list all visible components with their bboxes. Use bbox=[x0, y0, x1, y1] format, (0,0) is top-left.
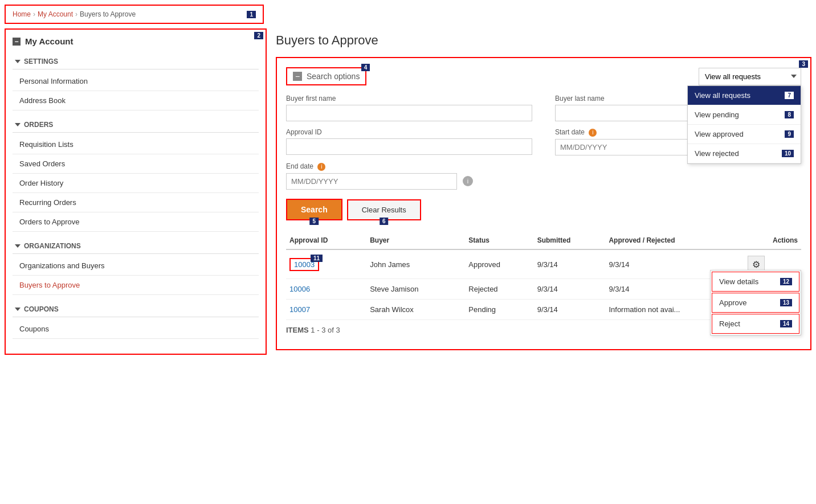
approval-id-group: Approval ID bbox=[286, 128, 532, 155]
search-button-badge: 5 bbox=[310, 218, 319, 225]
coupons-header[interactable]: COUPONS bbox=[13, 302, 259, 317]
sidebar-title-text: My Account bbox=[25, 36, 73, 46]
table-body: 10003 11 John James Approved 9/3/14 9/3/… bbox=[286, 249, 801, 320]
sidebar-item-requisition-lists[interactable]: Requisition Lists bbox=[13, 135, 259, 154]
dropdown-item-rejected-badge: 10 bbox=[782, 150, 794, 157]
search-button[interactable]: Search 5 bbox=[286, 199, 342, 220]
orders-chevron bbox=[15, 123, 21, 126]
actions-dropdown: View details 12 Approve 13 Reject bbox=[710, 270, 801, 335]
table-row: 10003 11 John James Approved 9/3/14 9/3/… bbox=[286, 249, 801, 279]
sidebar-section-coupons: COUPONS Coupons bbox=[13, 302, 259, 339]
sidebar-badge: 2 bbox=[254, 32, 263, 39]
minus-icon: − bbox=[13, 38, 21, 46]
sidebar-item-personal-info[interactable]: Personal Information bbox=[13, 72, 259, 91]
settings-header[interactable]: SETTINGS bbox=[13, 54, 259, 69]
end-date-group: End date i bbox=[286, 162, 457, 190]
orders-header[interactable]: ORDERS bbox=[13, 117, 259, 133]
search-options-bar: − Search options 4 View all requests Vie… bbox=[286, 67, 801, 85]
coupons-label: COUPONS bbox=[24, 305, 59, 313]
dropdown-item-pending-badge: 8 bbox=[785, 111, 794, 118]
col-submitted: Submitted bbox=[534, 232, 606, 249]
dropdown-item-approved-badge: 9 bbox=[785, 130, 794, 138]
buyer-first-name-input[interactable] bbox=[286, 105, 532, 121]
action-approve[interactable]: Approve 13 bbox=[712, 293, 799, 313]
search-options-minus-icon: − bbox=[293, 72, 302, 81]
approval-id-input[interactable] bbox=[286, 138, 532, 155]
sidebar-item-address-book[interactable]: Address Book bbox=[13, 91, 259, 110]
end-date-info-icon[interactable]: i bbox=[317, 163, 325, 171]
action-reject-badge: 14 bbox=[780, 320, 792, 327]
end-date-input[interactable] bbox=[286, 173, 457, 190]
results-table: Approval ID Buyer Status Submitted Appro… bbox=[286, 232, 801, 320]
content-panel: 3 − Search options 4 View all requests V… bbox=[276, 57, 811, 350]
breadcrumb-home[interactable]: Home bbox=[13, 10, 31, 18]
view-filter-select[interactable]: View all requests View pending View appr… bbox=[699, 68, 801, 85]
items-label: ITEMS bbox=[286, 326, 309, 334]
col-status: Status bbox=[465, 232, 533, 249]
main-layout: 2 − My Account SETTINGS Personal Informa… bbox=[0, 28, 816, 359]
sidebar-item-order-history[interactable]: Order History bbox=[13, 174, 259, 193]
row3-submitted: 9/3/14 bbox=[534, 300, 606, 320]
dropdown-item-pending[interactable]: View pending 8 bbox=[688, 105, 801, 125]
clear-results-button[interactable]: Clear Results 6 bbox=[347, 199, 421, 220]
dropdown-item-pending-label: View pending bbox=[695, 110, 739, 119]
items-range: 1 - 3 of 3 bbox=[311, 326, 340, 334]
action-view-details-label: View details bbox=[719, 277, 758, 286]
row2-approval-id-link[interactable]: 10006 bbox=[289, 285, 310, 293]
sidebar: 2 − My Account SETTINGS Personal Informa… bbox=[5, 28, 267, 355]
row1-actions-cell: ⚙ View details 12 Approve 13 bbox=[744, 249, 801, 279]
buyer-first-name-group: Buyer first name bbox=[286, 95, 532, 121]
clear-button-badge: 6 bbox=[380, 218, 389, 225]
sidebar-item-saved-orders[interactable]: Saved Orders bbox=[13, 154, 259, 174]
page-wrapper: Home › My Account › Buyers to Approve 1 … bbox=[0, 0, 816, 504]
sidebar-item-coupons[interactable]: Coupons bbox=[13, 319, 259, 339]
view-filter-dropdown[interactable]: View all requests View pending View appr… bbox=[699, 68, 801, 85]
breadcrumb-sep2: › bbox=[75, 10, 77, 18]
table-header: Approval ID Buyer Status Submitted Appro… bbox=[286, 232, 801, 249]
end-date-extra-info-icon[interactable]: i bbox=[463, 176, 473, 186]
action-reject-label: Reject bbox=[719, 319, 740, 328]
organizations-header[interactable]: ORGANIZATIONS bbox=[13, 239, 259, 254]
breadcrumb-current: Buyers to Approve bbox=[80, 10, 136, 18]
dropdown-item-approved-label: View approved bbox=[695, 130, 744, 138]
dropdown-item-all-label: View all requests bbox=[695, 91, 750, 100]
settings-label: SETTINGS bbox=[24, 58, 58, 65]
breadcrumb-badge: 1 bbox=[247, 11, 256, 18]
row3-id-cell: 10007 bbox=[286, 300, 366, 320]
dropdown-item-all[interactable]: View all requests 7 bbox=[688, 86, 801, 105]
page-title: Buyers to Approve bbox=[276, 33, 811, 48]
action-view-details-badge: 12 bbox=[780, 278, 792, 285]
row1-id-badge: 11 bbox=[311, 255, 323, 262]
dropdown-item-approved[interactable]: View approved 9 bbox=[688, 125, 801, 144]
dropdown-menu: View all requests 7 View pending 8 View … bbox=[687, 85, 801, 164]
coupons-chevron bbox=[15, 308, 21, 311]
dropdown-item-rejected[interactable]: View rejected 10 bbox=[688, 144, 801, 163]
row2-status: Rejected bbox=[465, 279, 533, 300]
sidebar-title: − My Account bbox=[13, 36, 259, 46]
row1-approval-id-link[interactable]: 10003 11 bbox=[289, 258, 319, 271]
col-buyer: Buyer bbox=[366, 232, 465, 249]
action-approve-badge: 13 bbox=[780, 299, 792, 306]
breadcrumb-my-account[interactable]: My Account bbox=[38, 10, 73, 18]
row3-buyer: Sarah Wilcox bbox=[366, 300, 465, 320]
search-options-toggle[interactable]: − Search options 4 bbox=[286, 67, 366, 85]
content-area: Buyers to Approve 3 − Search options 4 V… bbox=[276, 28, 811, 355]
row3-approval-id-link[interactable]: 10007 bbox=[289, 305, 310, 314]
row2-submitted: 9/3/14 bbox=[534, 279, 606, 300]
search-options-label: Search options bbox=[307, 72, 360, 81]
action-view-details[interactable]: View details 12 bbox=[712, 272, 799, 292]
col-approval-id: Approval ID bbox=[286, 232, 366, 249]
row2-buyer: Steve Jamison bbox=[366, 279, 465, 300]
content-panel-badge: 3 bbox=[799, 60, 808, 68]
sidebar-item-recurring-orders[interactable]: Recurring Orders bbox=[13, 193, 259, 212]
approval-id-label: Approval ID bbox=[286, 128, 532, 136]
sidebar-item-orders-to-approve[interactable]: Orders to Approve bbox=[13, 212, 259, 232]
buyer-first-name-label: Buyer first name bbox=[286, 95, 532, 103]
sidebar-section-settings: SETTINGS Personal Information Address Bo… bbox=[13, 54, 259, 110]
start-date-info-icon[interactable]: i bbox=[589, 129, 597, 137]
sidebar-item-buyers-to-approve[interactable]: Buyers to Approve bbox=[13, 276, 259, 295]
row1-buyer: John James bbox=[366, 249, 465, 279]
action-reject[interactable]: Reject 14 bbox=[712, 314, 799, 334]
sidebar-item-organizations-buyers[interactable]: Organizations and Buyers bbox=[13, 256, 259, 276]
row1-status: Approved bbox=[465, 249, 533, 279]
